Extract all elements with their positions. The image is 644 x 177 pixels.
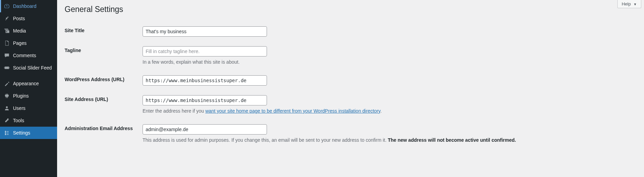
users-icon: [3, 105, 10, 112]
sidebar-label: Posts: [13, 16, 25, 21]
sidebar-item-tools[interactable]: Tools: [0, 114, 57, 127]
sidebar-label: Tools: [13, 118, 24, 123]
media-icon: [3, 27, 10, 34]
sidebar-item-plugins[interactable]: Plugins: [0, 90, 57, 102]
sidebar-item-social-slider[interactable]: Social Slider Feed: [0, 62, 57, 74]
sidebar-label: Appearance: [13, 81, 39, 86]
sidebar-item-pages[interactable]: Pages: [0, 37, 57, 49]
sidebar-label: Users: [13, 105, 26, 111]
wp-url-input[interactable]: [143, 75, 267, 86]
sidebar-label: Media: [13, 28, 26, 34]
help-button[interactable]: Help ▼: [617, 0, 641, 8]
site-url-label: Site Address (URL): [65, 90, 143, 119]
site-url-desc: Enter the address here if you want your …: [143, 108, 633, 115]
settings-icon: [3, 129, 10, 136]
wp-url-label: WordPress Address (URL): [65, 71, 143, 90]
help-label: Help: [622, 1, 631, 7]
comments-icon: [3, 52, 10, 59]
pin-icon: [3, 15, 10, 22]
sidebar-item-settings[interactable]: Settings: [0, 127, 57, 139]
sidebar-item-posts[interactable]: Posts: [0, 12, 57, 25]
main-content: Help ▼ General Settings Site Title Tagli…: [57, 0, 644, 177]
sidebar-item-users[interactable]: Users: [0, 102, 57, 114]
admin-email-input[interactable]: [143, 124, 267, 135]
sidebar-label: Social Slider Feed: [13, 65, 52, 71]
sidebar-label: Comments: [13, 53, 36, 58]
site-title-input[interactable]: [143, 26, 267, 37]
sidebar-item-media[interactable]: Media: [0, 25, 57, 37]
sidebar-label: Dashboard: [13, 3, 37, 9]
tagline-desc: In a few words, explain what this site i…: [143, 59, 633, 66]
tools-icon: [3, 117, 10, 124]
site-url-help-link[interactable]: want your site home page to be different…: [205, 108, 380, 114]
tagline-label: Tagline: [65, 41, 143, 71]
page-title: General Settings: [65, 5, 636, 14]
sidebar-label: Settings: [13, 130, 30, 136]
sidebar-item-dashboard[interactable]: Dashboard: [0, 0, 57, 12]
appearance-icon: [3, 80, 10, 87]
admin-sidebar: Dashboard Posts Media Pages Comments Soc…: [0, 0, 57, 177]
site-title-label: Site Title: [65, 22, 143, 41]
plugins-icon: [3, 92, 10, 99]
sidebar-item-appearance[interactable]: Appearance: [0, 77, 57, 90]
tagline-input[interactable]: [143, 46, 267, 56]
sidebar-item-comments[interactable]: Comments: [0, 49, 57, 62]
chevron-down-icon: ▼: [633, 2, 637, 6]
sidebar-label: Pages: [13, 40, 27, 46]
admin-email-label: Administration Email Address: [65, 119, 143, 149]
dashboard-icon: [3, 3, 10, 10]
site-url-input[interactable]: [143, 95, 267, 105]
admin-email-desc: This address is used for admin purposes.…: [143, 137, 633, 144]
slider-icon: [3, 64, 10, 71]
sidebar-label: Plugins: [13, 93, 29, 99]
pages-icon: [3, 40, 10, 47]
